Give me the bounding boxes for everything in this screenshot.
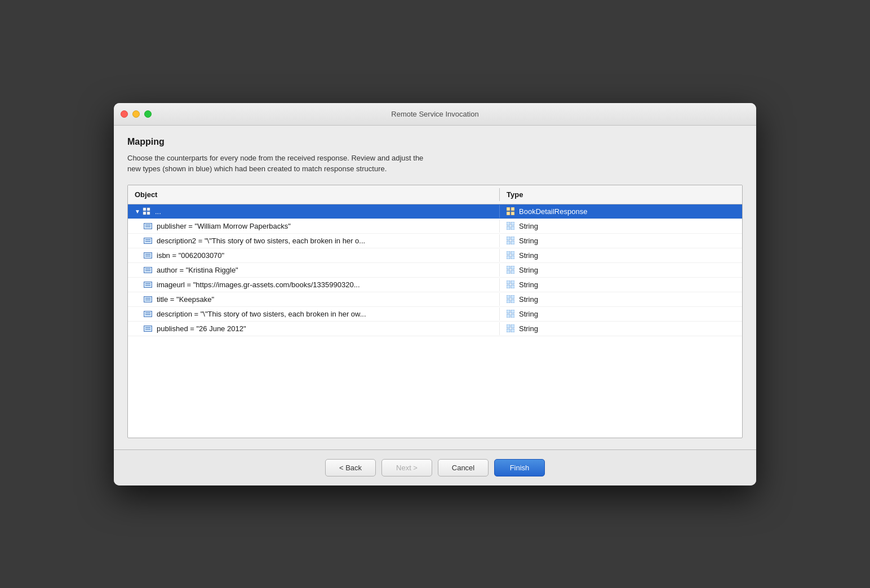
field-icon bbox=[144, 238, 152, 244]
table-row[interactable]: isbn = "0062003070" String bbox=[128, 248, 742, 263]
svg-rect-38 bbox=[507, 329, 510, 332]
svg-rect-20 bbox=[507, 266, 510, 269]
field-icon bbox=[144, 326, 152, 332]
mapping-table: Object Type ▼ ... bbox=[127, 185, 743, 438]
field-icon bbox=[144, 267, 152, 273]
row-object: isbn = "0062003070" bbox=[128, 249, 500, 262]
row-object: title = "Keepsake" bbox=[128, 293, 500, 306]
svg-rect-36 bbox=[507, 324, 510, 328]
table-header: Object Type bbox=[128, 185, 742, 204]
row-object-text: isbn = "0062003070" bbox=[157, 251, 224, 260]
svg-rect-35 bbox=[511, 314, 514, 318]
string-type-icon bbox=[507, 310, 514, 318]
svg-rect-9 bbox=[511, 222, 514, 225]
field-icon bbox=[144, 311, 152, 317]
string-type-icon bbox=[507, 295, 514, 303]
row-object-text: description = "\"This story of two siste… bbox=[157, 310, 366, 318]
svg-rect-28 bbox=[507, 295, 510, 299]
table-row[interactable]: description = "\"This story of two siste… bbox=[128, 307, 742, 322]
svg-rect-10 bbox=[507, 226, 510, 230]
row-type: String bbox=[500, 220, 742, 233]
row-type: String bbox=[500, 308, 742, 320]
row-object-text: published = "26 June 2012" bbox=[157, 324, 246, 333]
window-title: Remote Service Invocation bbox=[391, 110, 478, 118]
row-type-text: String bbox=[519, 266, 538, 274]
svg-rect-19 bbox=[511, 256, 514, 259]
description-line1: Choose the counterparts for every node f… bbox=[127, 154, 423, 162]
svg-rect-39 bbox=[511, 329, 514, 332]
description-line2: new types (shown in blue) which had been… bbox=[127, 164, 387, 173]
row-type-text: String bbox=[519, 222, 538, 230]
next-button[interactable]: Next > bbox=[381, 459, 432, 476]
field-icon bbox=[144, 223, 152, 229]
dialog-footer: < Back Next > Cancel Finish bbox=[114, 449, 756, 485]
table-empty-area bbox=[128, 336, 742, 438]
window-controls bbox=[121, 110, 152, 118]
row-object: author = "Kristina Riggle" bbox=[128, 264, 500, 277]
svg-rect-34 bbox=[507, 314, 510, 318]
col-object-header: Object bbox=[128, 188, 500, 201]
svg-rect-1 bbox=[147, 208, 150, 211]
section-title: Mapping bbox=[127, 137, 743, 147]
string-type-icon bbox=[507, 280, 514, 288]
col-type-header: Type bbox=[500, 188, 742, 201]
minimize-button[interactable] bbox=[132, 110, 140, 118]
svg-rect-27 bbox=[511, 285, 514, 288]
row-type-text: String bbox=[519, 310, 538, 318]
row-type-text: String bbox=[519, 295, 538, 304]
svg-rect-24 bbox=[507, 280, 510, 284]
svg-rect-2 bbox=[143, 212, 146, 215]
row-object-text: ... bbox=[155, 207, 161, 216]
row-type: String bbox=[500, 278, 742, 291]
svg-rect-5 bbox=[511, 207, 514, 211]
close-button[interactable] bbox=[121, 110, 128, 118]
svg-rect-17 bbox=[511, 251, 514, 255]
row-type: String bbox=[500, 234, 742, 247]
svg-rect-4 bbox=[507, 207, 510, 211]
svg-rect-7 bbox=[511, 212, 514, 215]
row-type: String bbox=[500, 293, 742, 306]
string-type-icon bbox=[507, 324, 514, 332]
finish-button[interactable]: Finish bbox=[494, 459, 545, 476]
table-row[interactable]: publisher = "William Morrow Paperbacks" … bbox=[128, 219, 742, 234]
row-object: imageurl = "https://images.gr-assets.com… bbox=[128, 278, 500, 291]
svg-rect-0 bbox=[143, 208, 146, 211]
row-type: String bbox=[500, 249, 742, 262]
svg-rect-29 bbox=[511, 295, 514, 299]
table-row[interactable]: published = "26 June 2012" String bbox=[128, 322, 742, 336]
back-button[interactable]: < Back bbox=[325, 459, 376, 476]
svg-rect-15 bbox=[511, 241, 514, 244]
svg-rect-32 bbox=[507, 310, 510, 313]
row-type-text: BookDetailResponse bbox=[519, 207, 587, 216]
row-object: description2 = "\"This story of two sist… bbox=[128, 234, 500, 247]
tree-expand-icon: ▼ bbox=[135, 208, 140, 215]
window-body: Mapping Choose the counterparts for ever… bbox=[114, 126, 756, 449]
svg-rect-14 bbox=[507, 241, 510, 244]
table-row[interactable]: ▼ ... bbox=[128, 204, 742, 219]
row-object-text: publisher = "William Morrow Paperbacks" bbox=[157, 222, 291, 230]
svg-rect-33 bbox=[511, 310, 514, 313]
svg-rect-23 bbox=[511, 270, 514, 274]
maximize-button[interactable] bbox=[144, 110, 152, 118]
row-object-text: imageurl = "https://images.gr-assets.com… bbox=[157, 280, 360, 289]
string-type-icon bbox=[507, 222, 514, 230]
row-type-text: String bbox=[519, 251, 538, 260]
table-row[interactable]: title = "Keepsake" String bbox=[128, 292, 742, 307]
row-type-text: String bbox=[519, 324, 538, 333]
row-type-text: String bbox=[519, 280, 538, 289]
titlebar: Remote Service Invocation bbox=[114, 103, 756, 126]
svg-rect-31 bbox=[511, 300, 514, 303]
table-row[interactable]: imageurl = "https://images.gr-assets.com… bbox=[128, 278, 742, 292]
field-icon bbox=[144, 252, 152, 259]
row-object: publisher = "William Morrow Paperbacks" bbox=[128, 220, 500, 233]
dialog-window: Remote Service Invocation Mapping Choose… bbox=[114, 103, 756, 485]
svg-rect-30 bbox=[507, 300, 510, 303]
table-row[interactable]: author = "Kristina Riggle" String bbox=[128, 263, 742, 278]
svg-rect-21 bbox=[511, 266, 514, 269]
cancel-button[interactable]: Cancel bbox=[438, 459, 489, 476]
svg-rect-25 bbox=[511, 280, 514, 284]
table-row[interactable]: description2 = "\"This story of two sist… bbox=[128, 234, 742, 248]
svg-rect-6 bbox=[507, 212, 510, 215]
field-icon bbox=[144, 296, 152, 302]
svg-rect-11 bbox=[511, 226, 514, 230]
